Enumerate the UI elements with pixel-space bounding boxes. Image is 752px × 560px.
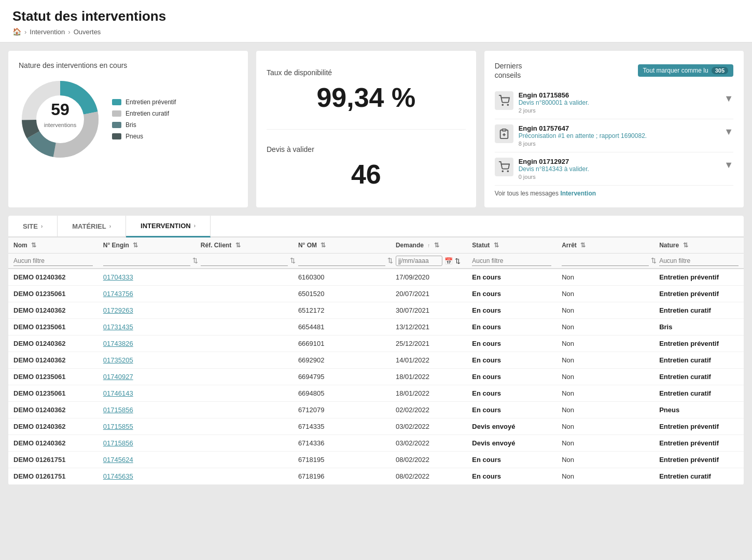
cell-demande-0: 17/09/2020	[391, 269, 467, 286]
cell-nom-1: DEMO 01235061	[8, 286, 98, 302]
mark-all-button[interactable]: Tout marquer comme lu 305	[638, 64, 733, 77]
cell-statut-10: Devis envoyé	[467, 435, 556, 452]
table-row: DEMO 0123506101740927669479518/01/2022En…	[8, 369, 744, 385]
filter-cell-arret[interactable]: ⇅	[556, 254, 654, 269]
engin-link-3[interactable]: 01731435	[103, 323, 133, 331]
engin-link-10[interactable]: 01715856	[103, 439, 133, 447]
mark-all-label: Tout marquer comme lu	[643, 67, 708, 74]
top-panels: Nature des interventions en cours 59 int…	[0, 43, 752, 216]
cell-ref_client-12	[196, 468, 293, 485]
conseil-title-2: Engin 01712927	[519, 158, 719, 165]
filter-cell-n_om[interactable]: ⇅	[293, 254, 391, 269]
filter-icon-nature[interactable]: ⇅	[683, 242, 688, 249]
table-tab-site[interactable]: SITE›	[8, 216, 58, 236]
cell-arret-5: Non	[556, 352, 654, 369]
cell-statut-1: En cours	[467, 286, 556, 302]
cell-demande-1: 20/07/2021	[391, 286, 467, 302]
donut-legend: Entretien préventif Entretien curatif Br…	[112, 99, 176, 140]
engin-link-2[interactable]: 01729263	[103, 306, 133, 314]
filter-input-nature[interactable]	[659, 256, 739, 266]
cell-n_engin-3: 01731435	[98, 319, 196, 335]
conseils-header: Derniers conseils Tout marquer comme lu …	[495, 61, 733, 80]
col-header-demande[interactable]: Demande ↑ ⇅	[391, 237, 467, 254]
engin-link-1[interactable]: 01743756	[103, 290, 133, 298]
engin-link-5[interactable]: 01735205	[103, 356, 133, 364]
cell-statut-5: En cours	[467, 352, 556, 369]
table-row: DEMO 0123506101743756650152020/07/2021En…	[8, 286, 744, 302]
conseil-arrow-2[interactable]: ▼	[724, 160, 733, 171]
conseil-icon-2	[495, 158, 513, 176]
engin-link-0[interactable]: 01704333	[103, 273, 133, 281]
table-row: DEMO 0124036201715855671433503/02/2022De…	[8, 418, 744, 435]
filter-input-statut[interactable]	[472, 256, 551, 266]
filter-input-demande[interactable]	[396, 256, 442, 266]
engin-link-6[interactable]: 01740927	[103, 373, 133, 381]
filter-icon-arret[interactable]: ⇅	[580, 242, 586, 249]
tab-label: MATÉRIEL	[72, 222, 106, 230]
date-filter-icon-demande[interactable]: ⇅	[455, 257, 461, 265]
col-filter-btn-arret[interactable]: ⇅	[651, 257, 657, 264]
tab-label: SITE	[23, 222, 38, 230]
filter-cell-demande[interactable]: 📅⇅	[391, 254, 467, 269]
cell-demande-3: 13/12/2021	[391, 319, 467, 335]
filter-input-ref_client[interactable]	[201, 256, 288, 266]
cell-demande-2: 30/07/2021	[391, 302, 467, 319]
col-label-nom: Nom	[13, 242, 27, 249]
legend-label-pneus: Pneus	[126, 133, 143, 140]
col-filter-btn-n_om[interactable]: ⇅	[387, 257, 393, 264]
sort-icon-demande[interactable]: ↑	[427, 243, 430, 248]
engin-link-12[interactable]: 01745635	[103, 472, 133, 480]
calendar-icon-demande[interactable]: 📅	[444, 257, 453, 265]
filter-cell-n_engin[interactable]: ⇅	[98, 254, 196, 269]
cell-nature-3: Bris	[654, 319, 744, 335]
col-label-ref_client: Réf. Client	[201, 242, 231, 249]
filter-input-n_engin[interactable]	[103, 256, 190, 266]
cell-statut-8: En cours	[467, 402, 556, 418]
conseil-body-0: Engin 01715856 Devis n°800001 à valider.…	[519, 91, 719, 114]
home-icon[interactable]: 🏠	[12, 27, 21, 36]
filter-icon-n_engin[interactable]: ⇅	[133, 242, 138, 249]
filter-cell-ref_client[interactable]: ⇅	[196, 254, 293, 269]
filter-cell-nom[interactable]	[8, 254, 98, 269]
cell-nature-12: Entretien curatif	[654, 468, 744, 485]
cell-arret-0: Non	[556, 269, 654, 286]
table-tab-intervention[interactable]: INTERVENTION›	[126, 216, 211, 237]
col-filter-btn-ref_client[interactable]: ⇅	[290, 257, 296, 264]
engin-link-9[interactable]: 01715855	[103, 423, 133, 430]
col-filter-btn-n_engin[interactable]: ⇅	[192, 257, 198, 264]
legend-color-curatif	[112, 110, 121, 117]
engin-link-8[interactable]: 01715856	[103, 406, 133, 414]
filter-input-arret[interactable]	[562, 256, 649, 266]
svg-point-13	[507, 171, 508, 172]
engin-link-4[interactable]: 01743826	[103, 340, 133, 347]
filter-icon-nom[interactable]: ⇅	[31, 242, 36, 249]
engin-link-7[interactable]: 01746143	[103, 389, 133, 397]
cell-n_om-2: 6512172	[293, 302, 391, 319]
col-label-statut: Statut	[472, 242, 490, 249]
conseil-arrow-1[interactable]: ▼	[724, 127, 733, 137]
cell-ref_client-3	[196, 319, 293, 335]
conseils-badge: 305	[712, 67, 728, 74]
filter-cell-nature[interactable]	[654, 254, 744, 269]
filter-cell-statut[interactable]	[467, 254, 556, 269]
cell-n_engin-0: 01704333	[98, 269, 196, 286]
cell-nature-0: Entretien préventif	[654, 269, 744, 286]
cell-ref_client-11	[196, 452, 293, 468]
table-tab-matériel[interactable]: MATÉRIEL›	[58, 216, 126, 236]
filter-input-n_om[interactable]	[298, 256, 385, 266]
svg-point-7	[502, 105, 503, 106]
table-row: DEMO 0123506101746143669480518/01/2022En…	[8, 385, 744, 402]
voir-messages-link[interactable]: Intervention	[560, 190, 596, 197]
filter-icon-demande[interactable]: ⇅	[434, 242, 439, 249]
conseil-arrow-0[interactable]: ▼	[724, 93, 733, 104]
engin-link-11[interactable]: 01745624	[103, 456, 133, 464]
conseils-title: Derniers conseils	[495, 61, 522, 80]
filter-icon-statut[interactable]: ⇅	[494, 242, 499, 249]
cell-arret-2: Non	[556, 302, 654, 319]
filter-icon-n_om[interactable]: ⇅	[321, 242, 326, 249]
filter-icon-ref_client[interactable]: ⇅	[235, 242, 241, 249]
cell-n_om-8: 6712079	[293, 402, 391, 418]
cell-ref_client-7	[196, 385, 293, 402]
filter-input-nom[interactable]	[13, 256, 93, 266]
breadcrumb-intervention[interactable]: Intervention	[30, 28, 65, 36]
